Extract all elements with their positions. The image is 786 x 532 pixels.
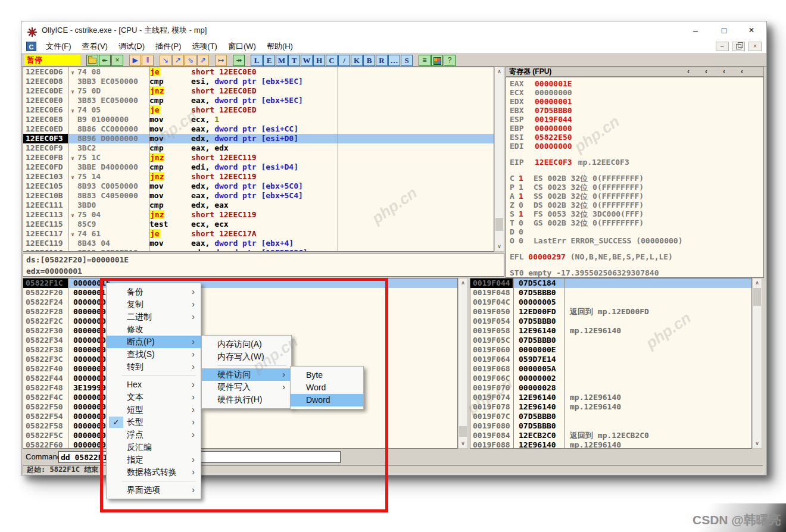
register-row[interactable]: ECX00000000 [506,88,763,97]
menubar-item-3[interactable]: 插件(P) [150,39,186,54]
menubar-item-4[interactable]: 选项(T) [186,39,223,54]
mdi-minimize-button[interactable]: – [716,42,729,51]
stack-row[interactable]: 0019F07C07D5BBB0 [470,412,751,421]
context-menu-item[interactable]: 文本› [107,391,201,403]
animate-over-button[interactable]: ⇗ [197,55,209,66]
panel-letter-button[interactable]: H [313,55,325,66]
panel-letter-button[interactable]: M [276,55,288,66]
context-menu-item[interactable]: ✓长型› [107,416,201,428]
dump-row[interactable]: 05822F6000000000 [23,440,457,449]
flag-row[interactable]: S1FS 0053 32位 3DC000(FFF) [506,209,763,218]
flag-row[interactable]: O0LastErr ERROR_SUCCESS (00000000) [506,236,763,245]
pause-button[interactable]: ‖ [142,55,154,66]
log-window-button[interactable]: ≡ [419,55,431,66]
panel-letter-button[interactable]: / [338,55,350,66]
scrollbar-thumb[interactable] [495,218,503,231]
stack-row[interactable]: 0019F06C00000002 [470,374,751,383]
panel-letter-button[interactable]: R [376,55,388,66]
disasm-row[interactable]: 12EEC0E8B9 01000000movecx, 1 [23,115,494,124]
scrollbar-thumb[interactable] [459,426,467,437]
execute-till-return-button[interactable]: ↦ [215,55,227,66]
disasm-row[interactable]: 12EEC0ED8B86 CC000000moveax, dword ptr [… [23,124,494,134]
stack-row[interactable]: 0019F064059D7E14 [470,355,751,364]
close-button[interactable]: × [740,21,763,39]
dump-row[interactable]: 05822F2400000000 [23,298,457,307]
run-button[interactable]: ▶ [129,55,141,66]
step-over-button[interactable]: ↗ [172,55,184,66]
panel-letter-button[interactable]: C [326,55,338,66]
disasm-row[interactable]: 12EEC0D83BB3 EC050000cmpesi, dword ptr [… [23,77,494,86]
context-menu-item[interactable]: 反汇编 [107,441,201,453]
context-menu-item[interactable]: 备份› [107,286,201,298]
help-button[interactable]: ? [444,55,456,66]
breakpoint-submenu-item[interactable]: 硬件写入› [202,381,291,393]
menubar-item-2[interactable]: 调试(D) [113,39,150,54]
panel-letter-button[interactable]: … [388,55,400,66]
panel-letter-button[interactable]: B [363,55,375,66]
stack-row[interactable]: 0019F07812E96140mp.12E96140 [470,402,751,412]
panel-letter-button[interactable]: W [301,55,313,66]
context-menu-item[interactable]: 数据格式转换› [107,466,201,478]
context-menu-item[interactable]: Hex› [107,378,201,391]
flag-row[interactable]: Z0DS 002B 32位 0(FFFFFFFF) [506,201,763,209]
dump-row[interactable]: 05822F5C00000000 [23,431,457,440]
stack-row[interactable]: 0019F04807D5BBB0 [470,288,751,298]
mdi-child-icon[interactable]: C [26,42,36,51]
stack-row[interactable]: 0019F05012ED00FD返回到 mp.12ED00FD [470,307,751,317]
scrollbar-thumb[interactable] [753,288,761,306]
memory-map-button[interactable] [431,55,443,66]
panel-letter-button[interactable]: L [251,55,263,66]
flag-row[interactable]: A1SS 002B 32位 0(FFFFFFFF) [506,192,763,201]
flag-row[interactable]: T0GS 002B 32位 0(FFFFFFFF) [506,218,763,227]
close-program-button[interactable]: × [111,55,123,66]
stack-row[interactable]: 0019F08007D5BBB0 [470,421,751,431]
dump-row[interactable]: 05822F5800000000 [23,421,457,431]
stack-row[interactable]: 0019F04C00000005 [470,298,751,307]
register-row[interactable]: ST0 empty -17.395502506329307840 [506,268,763,277]
stack-row[interactable]: 0019F05812E96140mp.12E96140 [470,326,751,336]
step-into-button[interactable]: ↘ [160,55,171,66]
disasm-row[interactable]: 12EEC0E6∨74 05jeshort 12EEC0ED [23,105,494,115]
scroll-down-icon[interactable]: ∨ [495,242,504,251]
disasm-row[interactable]: 12EEC0D6∨74 08jeshort 12EEC0E0 [23,67,494,77]
register-row[interactable]: EDX00000001 [506,97,763,106]
context-menu-item[interactable]: 转到› [107,361,201,373]
stack-row[interactable]: 0019F0680000005A [470,364,751,374]
scroll-up-icon[interactable]: ∧ [495,67,504,76]
disasm-row[interactable]: 12EEC0E03B83 EC050000cmpeax, dword ptr [… [23,96,494,105]
menubar-item-6[interactable]: 帮助(H) [261,39,298,54]
disasm-row[interactable]: 12EEC0F38B96 D0000000movedx, dword ptr [… [23,134,494,143]
breakpoint-submenu-item[interactable]: 硬件执行(H) [202,393,291,406]
panel-letter-button[interactable]: T [288,55,300,66]
register-row[interactable]: EIP12EEC0F3mp.12EEC0F3 [506,158,763,167]
register-row[interactable]: EAX0000001E [506,79,763,88]
register-row[interactable]: EDI00000000 [506,142,763,151]
menubar-item-0[interactable]: 文件(F) [40,39,77,54]
stack-pane[interactable]: 0019F04407D5C1840019F04807D5BBB00019F04C… [470,278,752,449]
breakpoint-submenu-item[interactable]: 内存访问(A) [202,338,291,351]
animate-into-button[interactable]: ⇘ [185,55,196,66]
dump-row[interactable]: 05822F1C0000001E [23,278,457,288]
dump-scrollbar[interactable]: ∧ ∨ [458,278,468,449]
stack-row[interactable]: 0019F0600000000E [470,345,751,355]
maximize-button[interactable]: □ [712,21,736,39]
disasm-scrollbar[interactable]: ∧ ∨ [494,67,504,252]
scroll-up-icon[interactable]: ∧ [458,278,467,287]
disassembly-pane[interactable]: 12EEC0D6∨74 08jeshort 12EEC0E012EEC0D83B… [23,67,494,252]
size-submenu-item[interactable]: Byte [291,369,363,381]
disasm-row[interactable]: 12EEC11C8B15 3CE6E512movedx, dword ptr [… [23,248,494,252]
dump-row[interactable]: 05822F2C00000000 [23,317,457,326]
panel-letter-button[interactable]: K [351,55,363,66]
stack-row[interactable]: 0019F05C07D5BBB0 [470,336,751,345]
stack-row[interactable]: 0019F08812E96140mp.12E96140 [470,440,751,449]
mdi-close-button[interactable]: × [748,42,762,51]
scroll-down-icon[interactable]: ∨ [458,439,467,448]
dump-row[interactable]: 05822F3000000000 [23,326,457,336]
disasm-row[interactable]: 12EEC11585C9testecx, ecx [23,220,494,229]
dump-row[interactable]: 05822F5400000000 [23,412,457,421]
context-menu-item[interactable]: 界面选项› [107,484,201,496]
disasm-row[interactable]: 12EEC117∨74 61jeshort 12EEC17A [23,229,494,239]
breakpoint-submenu-item[interactable]: 硬件访问› [202,368,291,381]
disasm-row[interactable]: 12EEC10B8B83 C4050000moveax, dword ptr [… [23,191,494,201]
disasm-row[interactable]: 12EEC1058B93 C0050000movedx, dword ptr [… [23,181,494,191]
